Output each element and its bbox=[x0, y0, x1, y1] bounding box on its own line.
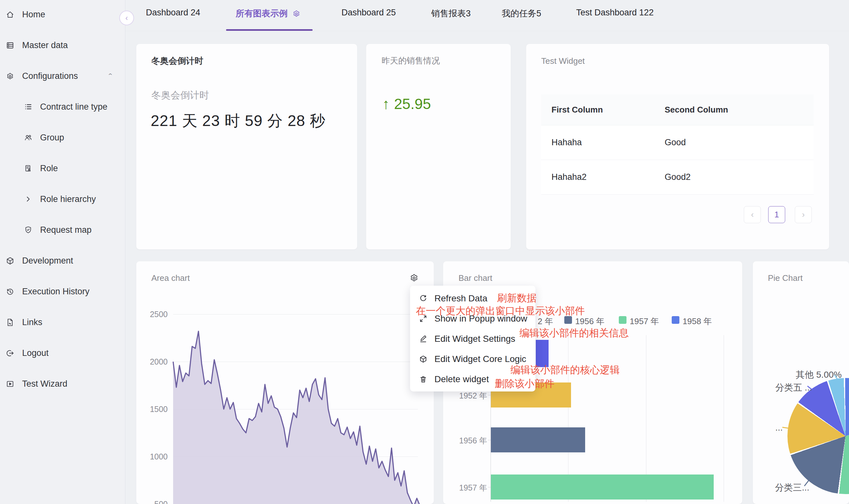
menu-item-label: Delete widget bbox=[434, 374, 489, 384]
table-row[interactable]: Hahaha2 Good2 bbox=[541, 160, 814, 195]
sidebar-item-master-data[interactable]: Master data bbox=[0, 31, 125, 60]
database-icon bbox=[6, 41, 14, 50]
refresh-icon bbox=[419, 294, 427, 303]
widget-title: 冬奥会倒计时 bbox=[151, 55, 203, 67]
tab-dashboard-25[interactable]: Dashboard 25 bbox=[341, 8, 396, 18]
trash-icon bbox=[419, 375, 427, 383]
up-arrow-icon: ↑ bbox=[382, 95, 390, 112]
cube-icon bbox=[6, 256, 14, 265]
logout-icon bbox=[6, 349, 14, 358]
sidebar-item-configurations[interactable]: Configurations ⌃ bbox=[0, 61, 125, 90]
sidebar-item-label: Development bbox=[22, 256, 73, 266]
sidebar-item-role-hierarchy[interactable]: Role hierarchy bbox=[0, 185, 125, 214]
annotation-popup: 在一个更大的弹出窗口中显示该小部件 bbox=[416, 304, 585, 318]
table-header-cell: First Column bbox=[541, 105, 665, 115]
tab-all-chart-examples[interactable]: 所有图表示例 bbox=[236, 8, 301, 19]
sidebar-item-request-map[interactable]: Request map bbox=[0, 215, 125, 244]
dashboard-page: Home Master data Configurations ⌃ Contra… bbox=[0, 0, 849, 504]
table-cell: Good bbox=[665, 138, 814, 147]
home-icon bbox=[6, 10, 14, 19]
sidebar-item-role[interactable]: Role bbox=[0, 154, 125, 183]
annotation-edit-core-logic: 编辑该小部件的核心逻辑 bbox=[510, 363, 620, 377]
axis-tick bbox=[488, 395, 490, 395]
sidebar-item-label: Test Wizard bbox=[22, 379, 67, 389]
tab-my-tasks-5[interactable]: 我的任务5 bbox=[502, 8, 541, 19]
sidebar-item-test-wizard[interactable]: Test Wizard bbox=[0, 370, 125, 398]
sidebar-item-group[interactable]: Group bbox=[0, 123, 125, 152]
sidebar-item-label: Role bbox=[40, 163, 58, 174]
sidebar: Home Master data Configurations ⌃ Contra… bbox=[0, 0, 125, 504]
y-category-1952: 1952 年 bbox=[459, 391, 486, 401]
shield-check-icon bbox=[24, 226, 32, 234]
table-cell: Hahaha bbox=[541, 138, 665, 147]
widget-title: 昨天的销售情况 bbox=[381, 55, 440, 66]
annotation-refresh: 刷新数据 bbox=[497, 291, 537, 305]
sidebar-item-label: Logout bbox=[22, 348, 49, 358]
y-category-1957: 1957 年 bbox=[459, 483, 486, 493]
active-tab-underline bbox=[226, 29, 313, 31]
legend-swatch-1958[interactable] bbox=[672, 316, 680, 324]
tab-dashboard-24[interactable]: Dashboard 24 bbox=[146, 8, 200, 18]
legend-item-1958[interactable]: 1958 年 bbox=[683, 316, 712, 327]
sidebar-item-links[interactable]: Links bbox=[0, 308, 125, 337]
annotation-edit-settings: 编辑该小部件的相关信息 bbox=[519, 326, 629, 340]
sidebar-item-label: Configurations bbox=[22, 71, 78, 81]
menu-item-edit-widget-settings[interactable]: Edit Widget Settings bbox=[410, 329, 536, 349]
countdown-value: 221 天 23 时 59 分 28 秒 bbox=[151, 111, 326, 131]
tab-test-dashboard-122[interactable]: Test Dashboard 122 bbox=[576, 8, 654, 18]
widget-test-card: Test Widget First Column Second Column H… bbox=[526, 44, 829, 249]
widget-countdown-card: 冬奥会倒计时 冬奥会倒计时 221 天 23 时 59 分 28 秒 bbox=[136, 44, 357, 249]
sidebar-item-label: Home bbox=[22, 10, 45, 20]
people-icon bbox=[24, 133, 32, 142]
area-chart-plot bbox=[136, 261, 434, 504]
bar-1957[interactable] bbox=[491, 474, 714, 500]
table-header-row: First Column Second Column bbox=[541, 94, 814, 125]
sales-value: ↑ 25.95 bbox=[382, 95, 431, 112]
sidebar-item-label: Execution History bbox=[22, 287, 89, 296]
role-document-icon bbox=[24, 164, 32, 173]
widget-title: Pie Chart bbox=[768, 273, 802, 283]
table-cell: Hahaha2 bbox=[541, 172, 665, 182]
y-category-1956: 1956 年 bbox=[459, 435, 486, 446]
pagination-page-1[interactable]: 1 bbox=[768, 206, 785, 223]
sidebar-item-home[interactable]: Home bbox=[0, 0, 125, 29]
table-cell: Good2 bbox=[665, 172, 814, 182]
table-header-cell: Second Column bbox=[665, 105, 814, 115]
sidebar-item-label: Request map bbox=[40, 225, 92, 235]
axis-tick bbox=[488, 440, 490, 440]
widget-title: Bar chart bbox=[458, 273, 492, 283]
sidebar-item-contract-line-type[interactable]: Contract line type bbox=[0, 92, 125, 121]
sidebar-item-label: Links bbox=[22, 318, 42, 327]
collapse-chevron-icon: ‹ bbox=[125, 14, 128, 22]
pie-label-ellipsis: ... bbox=[775, 422, 783, 433]
legend-swatch-1957[interactable] bbox=[619, 316, 627, 324]
widget-area-chart-card: Area chart 2500 2000 1500 1000 500 bbox=[136, 261, 434, 504]
tab-gear-icon[interactable] bbox=[292, 9, 301, 18]
dashboard-tabbar: Dashboard 24 所有图表示例 Dashboard 25 销售报表3 我… bbox=[125, 0, 849, 31]
pagination-next-button[interactable]: › bbox=[795, 206, 812, 223]
play-square-icon bbox=[6, 380, 14, 388]
widget-title: Test Widget bbox=[541, 56, 585, 66]
test-widget-table: First Column Second Column Hahaha Good H… bbox=[541, 94, 814, 195]
axis-tick bbox=[488, 487, 490, 487]
tab-sales-report-3[interactable]: 销售报表3 bbox=[431, 8, 471, 19]
file-icon bbox=[6, 318, 14, 327]
sales-number: 25.95 bbox=[394, 95, 431, 112]
sidebar-item-development[interactable]: Development bbox=[0, 246, 125, 275]
chevron-up-icon[interactable]: ⌃ bbox=[107, 72, 113, 79]
sidebar-item-label: Contract line type bbox=[40, 102, 107, 112]
menu-item-label: Edit Widget Settings bbox=[434, 334, 515, 344]
sidebar-item-execution-history[interactable]: Execution History bbox=[0, 277, 125, 306]
legend-item-1957[interactable]: 1957 年 bbox=[630, 316, 659, 327]
tab-label: 所有图表示例 bbox=[236, 8, 288, 19]
menu-item-label: Edit Widget Core Logic bbox=[434, 354, 526, 364]
sidebar-collapse-button[interactable]: ‹ bbox=[119, 11, 134, 25]
table-row[interactable]: Hahaha Good bbox=[541, 125, 814, 160]
sidebar-item-label: Role hierarchy bbox=[40, 194, 96, 204]
pagination-prev-button[interactable]: ‹ bbox=[744, 206, 761, 223]
widget-sales-card: 昨天的销售情况 ↑ 25.95 bbox=[366, 44, 511, 249]
bar-1956[interactable] bbox=[491, 427, 585, 452]
sidebar-item-logout[interactable]: Logout bbox=[0, 339, 125, 367]
pencil-icon bbox=[419, 335, 427, 343]
pie-label-cat3: 分类三... bbox=[775, 482, 809, 494]
